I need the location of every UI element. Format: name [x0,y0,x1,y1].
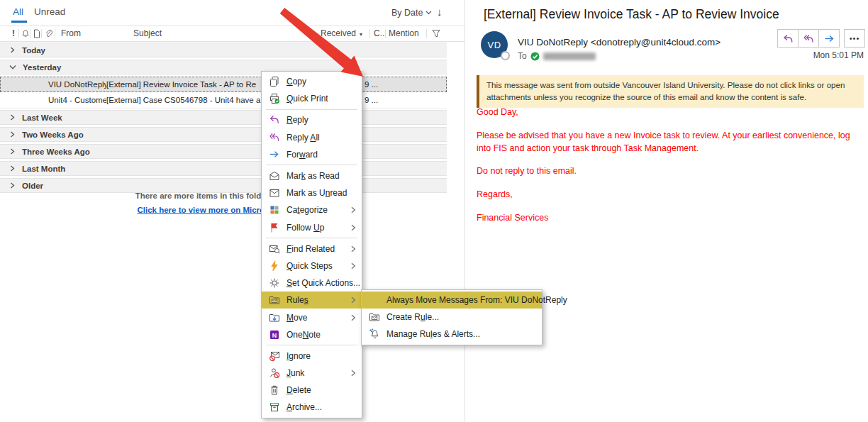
active-tab-underline [11,21,27,23]
set-quick-actions-icon [268,277,280,289]
attachment-paperclip-icon[interactable] [44,29,53,40]
menu-item-manage-rules-alerts[interactable]: Manage Rules & Alerts... [362,326,542,343]
menu-item-reply[interactable]: Reply [262,111,362,128]
menu-item-onenote[interactable]: NOneNote [262,326,362,343]
group-label: Older [22,182,43,190]
menu-item-always-move-messages-from-viu-donotreply[interactable]: Always Move Messages From: VIU DoNotRepl… [362,291,542,309]
recipient-row: To [518,51,596,61]
body-paragraph: Regards, [477,189,864,201]
submenu-chevron-icon [351,206,357,213]
quick-steps-icon [268,260,280,272]
menu-separator [266,345,357,345]
onenote-icon: N [268,329,280,340]
submenu-chevron-icon [351,296,357,304]
filter-icon[interactable] [431,29,441,40]
menu-item-follow-up[interactable]: Follow Up [262,219,362,236]
email-row[interactable]: Unit4 - Customer Su...[External] Case CS… [0,92,447,109]
menu-item-mark-as-read[interactable]: Mark as Read [262,167,362,184]
group-header-yesterday[interactable]: Yesterday [0,60,447,74]
menu-item-find-related[interactable]: Find Related [262,240,362,257]
column-categories[interactable]: C.. [374,28,384,38]
email-body: Good Day, Please be advised that you hav… [477,106,864,235]
menu-separator [266,238,357,238]
item-type-icon[interactable] [33,29,41,40]
submenu-chevron-icon [351,262,357,270]
menu-item-label: OneNote [286,330,351,340]
sender-name-email[interactable]: VIU DoNotReply <donotreply@unit4cloud.co… [518,37,720,48]
column-header-row: ! From Subject Received ▼ C.. Mention [0,26,464,42]
menu-item-create-rule[interactable]: Create Rule... [362,309,542,326]
menu-item-mark-as-unread[interactable]: Mark as Unread [262,184,362,201]
column-received[interactable]: Received ▼ [321,28,363,38]
tab-all[interactable]: All [13,6,23,17]
tab-unread[interactable]: Unread [34,6,65,17]
menu-item-quick-print[interactable]: Quick Print [262,90,362,107]
menu-item-junk[interactable]: Junk [262,365,362,382]
group-header-today[interactable]: Today [0,43,447,57]
body-paragraph: Please be advised that you have a new In… [477,130,864,155]
menu-item-label: Delete [286,385,351,395]
create-rule-icon [368,311,380,323]
message-action-buttons [777,29,840,48]
menu-separator [266,165,357,165]
menu-item-label: Quick Print [286,94,351,104]
copy-icon [268,76,280,87]
menu-item-move[interactable]: Move [262,309,362,326]
body-paragraph: Financial Services [477,212,864,225]
menu-item-ignore[interactable]: Ignore [262,348,362,365]
group-header-older[interactable]: Older [0,178,447,193]
importance-icon[interactable]: ! [12,28,15,38]
chevron-right-icon [9,113,16,122]
menu-item-label: Quick Steps [286,261,351,271]
presence-indicator [501,51,510,60]
chevron-down-icon [425,11,432,15]
menu-item-label: Create Rule... [386,312,531,322]
menu-item-label: Find Related [286,244,351,254]
column-subject[interactable]: Subject [133,28,162,38]
submenu-chevron-icon [351,245,357,252]
menu-item-archive[interactable]: Archive... [262,399,362,416]
forward-button[interactable] [818,29,840,48]
chevron-right-icon [9,131,16,139]
menu-item-quick-steps[interactable]: Quick Steps [262,257,362,274]
reminder-bell-icon[interactable] [21,29,30,40]
sort-by-dropdown[interactable]: By Date [391,8,432,18]
email-from: VIU DoNotReply [48,77,106,92]
menu-item-copy[interactable]: Copy [262,73,362,90]
menu-item-categorize[interactable]: Categorize [262,201,362,218]
sort-descending-triangle-icon: ▼ [358,32,363,37]
email-row-selected[interactable]: VIU DoNotReply[External] Review Invoice … [0,77,447,92]
submenu-chevron-icon [351,224,357,231]
column-mention[interactable]: Mention [389,28,419,38]
external-sender-warning-banner: This message was sent from outside Vanco… [477,75,864,108]
group-header-two-weeks-ago[interactable]: Two Weeks Ago [0,127,447,142]
menu-item-delete[interactable]: Delete [262,382,362,399]
message-rows: TodayYesterdayVIU DoNotReply[External] R… [0,41,447,195]
sort-direction-button[interactable]: ↓ [437,6,443,18]
menu-separator [266,109,357,110]
menu-item-reply-all[interactable]: Reply All [262,129,362,146]
group-header-last-month[interactable]: Last Month [0,161,447,176]
ignore-icon [268,350,280,362]
menu-item-label: Set Quick Actions... [286,278,360,288]
move-icon [268,312,280,323]
menu-item-label: Manage Rules & Alerts... [386,329,531,339]
junk-icon [268,367,280,379]
more-actions-button[interactable]: ••• [844,29,865,48]
group-header-last-week[interactable]: Last Week [0,110,447,125]
menu-item-set-quick-actions[interactable]: Set Quick Actions... [262,274,362,291]
reply-button[interactable] [777,29,799,48]
group-header-three-weeks-ago[interactable]: Three Weeks Ago [0,144,447,159]
submenu-chevron-icon [351,314,357,321]
reply-all-button[interactable] [798,29,819,48]
forward-icon [268,149,280,160]
menu-item-label: Reply All [286,133,351,143]
menu-item-forward[interactable]: Forward [262,146,362,163]
email-from: Unit4 - Customer Su... [48,92,106,108]
menu-item-label: Forward [286,150,351,160]
menu-item-rules[interactable]: Rules [262,291,362,309]
menu-item-label: Copy [286,77,351,87]
column-from[interactable]: From [61,28,81,38]
menu-item-label: Follow Up [286,223,351,233]
menu-item-label: Junk [286,368,351,378]
